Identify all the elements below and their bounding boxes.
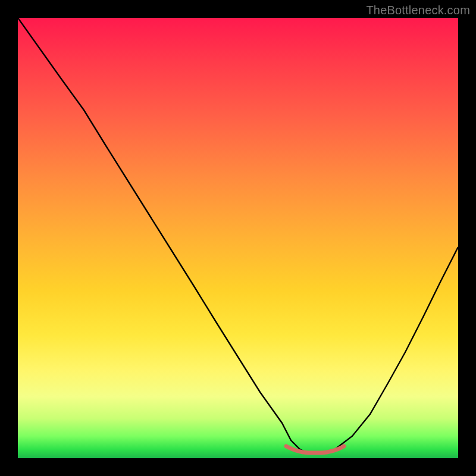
watermark-text: TheBottleneck.com <box>366 4 470 17</box>
bottleneck-curve <box>18 18 458 453</box>
chart-frame: TheBottleneck.com <box>0 0 476 476</box>
curve-layer <box>18 18 458 458</box>
plot-area <box>18 18 458 458</box>
valley-marker <box>286 446 344 453</box>
